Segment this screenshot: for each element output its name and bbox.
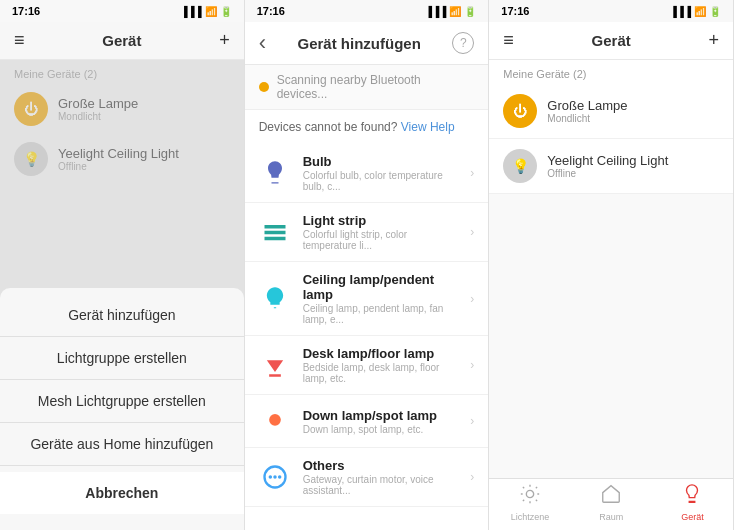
- bottom-sheet-inner: Gerät hinzufügen Lichtgruppe erstellen M…: [0, 288, 244, 530]
- others-name: Others: [303, 458, 459, 473]
- sheet-item-2[interactable]: Mesh Lichtgruppe erstellen: [0, 380, 244, 423]
- bulb-icon: [259, 157, 291, 189]
- view-help-link[interactable]: View Help: [401, 120, 455, 134]
- bottom-nav: Lichtzene Raum Gerät: [489, 478, 733, 530]
- lichtzene-label: Lichtzene: [511, 512, 550, 522]
- ceiling-name: Ceiling lamp/pendent lamp: [303, 272, 459, 302]
- device-type-strip[interactable]: Light strip Colorful light strip, color …: [245, 203, 489, 262]
- ceiling-sub: Ceiling lamp, pendent lamp, fan lamp, e.…: [303, 303, 459, 325]
- menu-icon[interactable]: ≡: [14, 30, 25, 51]
- sheet-item-1[interactable]: Lichtgruppe erstellen: [0, 337, 244, 380]
- desk-icon: [259, 349, 291, 381]
- others-icon: [259, 461, 291, 493]
- strip-chevron: ›: [470, 225, 474, 239]
- bulb-text: Bulb Colorful bulb, color temperature bu…: [303, 154, 459, 192]
- strip-text: Light strip Colorful light strip, color …: [303, 213, 459, 251]
- signal-icon-r: ▐▐▐: [670, 6, 691, 17]
- time-middle: 17:16: [257, 5, 285, 17]
- gerat-icon: [681, 483, 703, 510]
- others-chevron: ›: [470, 470, 474, 484]
- wifi-icon: 📶: [205, 6, 217, 17]
- device-card-right-1[interactable]: 💡 Yeelight Ceiling Light Offline: [489, 139, 733, 194]
- left-content: Meine Geräte (2) ⏻ Große Lampe Mondlicht…: [0, 60, 244, 530]
- signal-icon-m: ▐▐▐: [425, 6, 446, 17]
- lichtzene-icon: [519, 483, 541, 510]
- cancel-button[interactable]: Abbrechen: [0, 472, 244, 514]
- menu-icon-right[interactable]: ≡: [503, 30, 514, 51]
- add-button-left[interactable]: +: [219, 30, 230, 51]
- device-type-bulb[interactable]: Bulb Colorful bulb, color temperature bu…: [245, 144, 489, 203]
- status-icons-right: ▐▐▐ 📶 🔋: [670, 6, 721, 17]
- device-power-icon-right-0: ⏻: [503, 94, 537, 128]
- time-right: 17:16: [501, 5, 529, 17]
- device-type-ceiling[interactable]: Ceiling lamp/pendent lamp Ceiling lamp, …: [245, 262, 489, 336]
- header-right: ≡ Gerät +: [489, 22, 733, 60]
- status-icons-left: ▐▐▐ 📶 🔋: [180, 6, 231, 17]
- bulb-name: Bulb: [303, 154, 459, 169]
- help-button[interactable]: ?: [452, 32, 474, 54]
- middle-panel: 17:16 ▐▐▐ 📶 🔋 ‹ Gerät hinzufügen ? Scann…: [245, 0, 490, 530]
- cannot-find-text: Devices cannot be found?: [259, 120, 398, 134]
- wifi-icon-m: 📶: [449, 6, 461, 17]
- status-bar-left: 17:16 ▐▐▐ 📶 🔋: [0, 0, 244, 22]
- others-text: Others Gateway, curtain motor, voice ass…: [303, 458, 459, 496]
- ceiling-text: Ceiling lamp/pendent lamp Ceiling lamp, …: [303, 272, 459, 325]
- device-type-desk[interactable]: Desk lamp/floor lamp Bedside lamp, desk …: [245, 336, 489, 395]
- ceiling-icon: [259, 283, 291, 315]
- signal-icon: ▐▐▐: [180, 6, 201, 17]
- raum-icon: [600, 483, 622, 510]
- time-left: 17:16: [12, 5, 40, 17]
- ceiling-chevron: ›: [470, 292, 474, 306]
- device-type-others[interactable]: Others Gateway, curtain motor, voice ass…: [245, 448, 489, 507]
- strip-sub: Colorful light strip, color temperature …: [303, 229, 459, 251]
- back-button[interactable]: ‹: [259, 30, 266, 56]
- power-icon-right-0: ⏻: [513, 103, 527, 119]
- device-card-right-0[interactable]: ⏻ Große Lampe Mondlicht: [489, 84, 733, 139]
- device-cards-right: Meine Geräte (2) ⏻ Große Lampe Mondlicht…: [489, 60, 733, 194]
- svg-point-4: [278, 475, 282, 479]
- raum-label: Raum: [599, 512, 623, 522]
- wifi-icon-r: 📶: [694, 6, 706, 17]
- scan-bar: Scanning nearby Bluetooth devices...: [245, 65, 489, 110]
- add-button-right[interactable]: +: [708, 30, 719, 51]
- down-text: Down lamp/spot lamp Down lamp, spot lamp…: [303, 408, 437, 435]
- battery-icon-r: 🔋: [709, 6, 721, 17]
- desk-text: Desk lamp/floor lamp Bedside lamp, desk …: [303, 346, 459, 384]
- section-label-right: Meine Geräte (2): [489, 60, 733, 84]
- sheet-item-0[interactable]: Gerät hinzufügen: [0, 294, 244, 337]
- page-title-left: Gerät: [102, 32, 141, 49]
- strip-icon: [259, 216, 291, 248]
- battery-icon: 🔋: [220, 6, 232, 17]
- others-sub: Gateway, curtain motor, voice assistant.…: [303, 474, 459, 496]
- page-title-middle: Gerät hinzufügen: [298, 35, 421, 52]
- device-name-right-1: Yeelight Ceiling Light: [547, 153, 668, 168]
- scan-text: Scanning nearby Bluetooth devices...: [277, 73, 475, 101]
- strip-name: Light strip: [303, 213, 459, 228]
- battery-icon-m: 🔋: [464, 6, 476, 17]
- nav-item-raum[interactable]: Raum: [571, 483, 652, 522]
- sheet-item-3[interactable]: Geräte aus Home hinzufügen: [0, 423, 244, 466]
- device-type-down[interactable]: Down lamp/spot lamp Down lamp, spot lamp…: [245, 395, 489, 448]
- device-type-list: Bulb Colorful bulb, color temperature bu…: [245, 144, 489, 530]
- header-left: ≡ Gerät +: [0, 22, 244, 60]
- down-chevron: ›: [470, 414, 474, 428]
- right-panel: 17:16 ▐▐▐ 📶 🔋 ≡ Gerät + Meine Geräte (2)…: [489, 0, 734, 530]
- svg-point-0: [269, 414, 281, 426]
- spacer-right: [489, 194, 733, 478]
- nav-item-lichtzene[interactable]: Lichtzene: [489, 483, 570, 522]
- device-sub-right-0: Mondlicht: [547, 113, 627, 124]
- status-bar-middle: 17:16 ▐▐▐ 📶 🔋: [245, 0, 489, 22]
- down-icon: [259, 405, 291, 437]
- bulb-sub: Colorful bulb, color temperature bulb, c…: [303, 170, 459, 192]
- svg-point-2: [268, 475, 272, 479]
- desk-sub: Bedside lamp, desk lamp, floor lamp, etc…: [303, 362, 459, 384]
- device-sub-right-1: Offline: [547, 168, 668, 179]
- desk-name: Desk lamp/floor lamp: [303, 346, 459, 361]
- svg-point-5: [526, 490, 533, 497]
- cannot-find-section: Devices cannot be found? View Help: [245, 110, 489, 144]
- bulb-chevron: ›: [470, 166, 474, 180]
- device-name-right-0: Große Lampe: [547, 98, 627, 113]
- down-name: Down lamp/spot lamp: [303, 408, 437, 423]
- left-panel: 17:16 ▐▐▐ 📶 🔋 ≡ Gerät + Meine Geräte (2)…: [0, 0, 245, 530]
- nav-item-gerat[interactable]: Gerät: [652, 483, 733, 522]
